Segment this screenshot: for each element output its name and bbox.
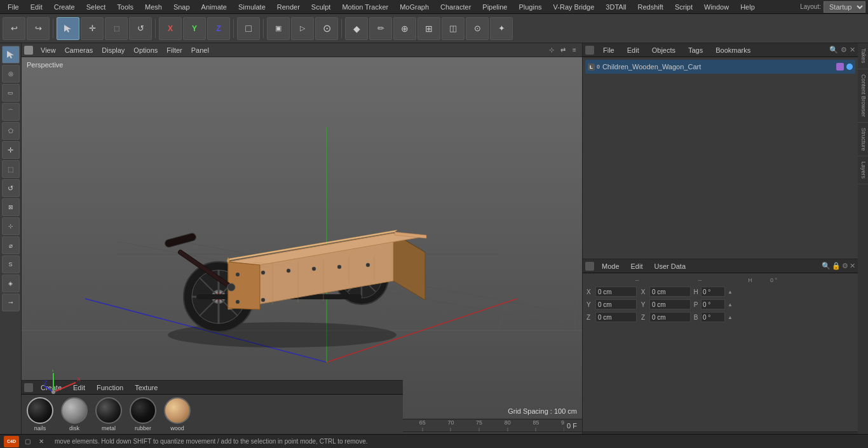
tab-layers[interactable]: Layers [858,156,868,184]
vp-menu-cameras[interactable]: Cameras [61,45,97,55]
select-tool-button[interactable] [57,17,79,40]
obj-menu-objects[interactable]: Objects [648,45,679,55]
menu-3dtall[interactable]: 3DTAll [600,2,631,12]
menu-redshift[interactable]: Redshift [633,2,668,12]
attr-settings-icon[interactable]: ⚙ [842,262,848,270]
coord-p-val[interactable] [701,299,725,309]
attr-close-icon[interactable]: ✕ [850,262,855,270]
menu-vray[interactable]: V-Ray Bridge [548,2,600,12]
obj-menu-tags[interactable]: Tags [684,45,707,55]
attr-menu-edit[interactable]: Edit [627,261,647,271]
coord-z-pos[interactable] [595,312,637,322]
menu-mograph[interactable]: MoGraph [395,2,434,12]
lasso-select-button[interactable]: ⌒ [2,103,20,121]
rotate-left-button[interactable]: ↺ [2,179,20,197]
coord-z-rot[interactable] [649,312,691,322]
render-vp-button[interactable]: ▷ [291,17,314,40]
undo-button[interactable]: ↩ [3,17,25,40]
material-wood[interactable]: wood [164,397,191,431]
render-region-button[interactable]: ▣ [267,17,290,40]
axis-x-button[interactable]: X [159,17,182,40]
coord-x-rot[interactable] [649,287,691,297]
coord-h-val[interactable] [701,287,725,297]
attr-search-icon[interactable]: 🔍 [822,262,831,270]
menu-file[interactable]: File [3,2,24,12]
menu-help[interactable]: Help [735,2,760,12]
move-tool-button[interactable]: ✛ [81,17,104,40]
vp-menu-options[interactable]: Options [130,45,161,55]
camera-button[interactable]: ⊙ [466,17,489,40]
vp-menu-filter[interactable]: Filter [163,45,186,55]
tab-content-browser[interactable]: Content Browser [858,69,868,123]
smooth-button[interactable]: ⊸ [2,294,20,311]
scale-left-button[interactable]: ⬚ [2,160,20,178]
menu-render[interactable]: Render [272,2,305,12]
magnet-button[interactable]: S [2,255,20,273]
vp-menu-display[interactable]: Display [98,45,128,55]
menu-script[interactable]: Script [670,2,698,12]
bottom-minimize-icon[interactable]: ▢ [22,436,33,447]
tab-structure[interactable]: Structure [858,123,868,157]
knife-button[interactable]: ⌀ [2,236,20,254]
menu-select[interactable]: Select [81,2,111,12]
mat-menu-function[interactable]: Function [93,383,127,393]
obj-close-icon[interactable]: ✕ [850,46,855,54]
cube-button[interactable]: ◆ [345,17,368,40]
vp-icon-swap[interactable]: ⇄ [558,45,568,55]
menu-edit[interactable]: Edit [25,2,48,12]
menu-plugins[interactable]: Plugins [513,2,546,12]
pen-button[interactable]: ✏ [369,17,392,40]
obj-visibility-dot[interactable] [846,64,853,70]
menu-tools[interactable]: Tools [112,2,139,12]
menu-snap[interactable]: Snap [168,2,195,12]
live-select-button[interactable]: ◎ [2,65,20,83]
obj-menu-edit[interactable]: Edit [623,45,643,55]
menu-create[interactable]: Create [49,2,80,12]
coord-b-val[interactable] [701,312,725,322]
coord-y-rot[interactable] [649,299,691,309]
menu-motion-tracker[interactable]: Motion Tracker [337,2,393,12]
menu-sculpt[interactable]: Sculpt [306,2,336,12]
vp-icon-settings[interactable]: ≡ [569,45,580,55]
polygon-select-button[interactable]: ⬠ [2,122,20,140]
move-left-button[interactable]: ✛ [2,141,20,159]
coord-p-arrow[interactable]: ▲ [728,302,733,308]
attr-menu-userdata[interactable]: User Data [651,261,690,271]
obj-search-icon[interactable]: 🔍 [829,46,838,54]
coord-h-arrow[interactable]: ▲ [728,289,733,295]
tab-takes[interactable]: Takes [858,43,868,69]
bottom-close-icon[interactable]: ✕ [36,436,47,447]
subdiv-button[interactable]: ⊞ [417,17,440,40]
light-button[interactable]: ✦ [490,17,513,40]
obj-item-wagon[interactable]: L 0 Children_Wooden_Wagon_Cart [585,60,855,74]
rotate-tool-button[interactable]: ↺ [129,17,152,40]
obj-menu-bookmarks[interactable]: Bookmarks [712,45,754,55]
rect-select-button[interactable]: ▭ [2,84,20,102]
obj-menu-file[interactable]: File [599,45,618,55]
coord-y-pos[interactable] [595,299,637,309]
object-mode-button[interactable]: □ [237,17,260,40]
obj-settings-icon[interactable]: ⚙ [841,46,847,54]
scale-tool-button[interactable]: ⬚ [105,17,128,40]
vp-menu-view[interactable]: View [37,45,60,55]
loop-cut-button[interactable]: ⊕ [393,17,416,40]
menu-window[interactable]: Window [699,2,734,12]
axis-z-button[interactable]: Z [207,17,230,40]
attr-menu-mode[interactable]: Mode [598,261,623,271]
redo-button[interactable]: ↪ [27,17,50,40]
menu-animate[interactable]: Animate [196,2,232,12]
render-button[interactable]: ⊙ [315,17,338,40]
menu-character[interactable]: Character [435,2,476,12]
select-left-button[interactable] [2,46,20,64]
axis-tool-button[interactable]: ⊹ [2,217,20,235]
transform-button[interactable]: ⊠ [2,198,20,216]
mat-menu-texture[interactable]: Texture [131,383,161,393]
coord-b-arrow[interactable]: ▲ [728,315,733,320]
material-rubber[interactable]: rubber [130,397,156,431]
axis-y-button[interactable]: Y [183,17,206,40]
brush-button[interactable]: ◫ [442,17,465,40]
coord-x-pos[interactable] [595,287,637,297]
viewport-3d[interactable]: Perspective Grid Spacing : 100 cm X Y Z [22,57,582,419]
layout-select[interactable]: Startup [824,1,865,13]
attr-lock-icon[interactable]: 🔒 [832,262,841,270]
